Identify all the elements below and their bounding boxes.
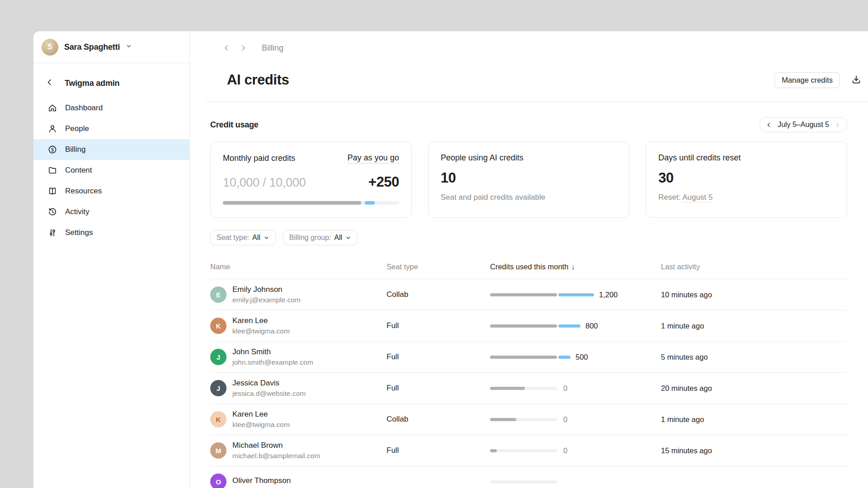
credits-usage-ratio: 10,000 / 10,000	[223, 176, 306, 190]
sidebar-item-people[interactable]: People	[33, 118, 189, 139]
credits-value: 500	[576, 353, 588, 361]
seat-type: Collab	[387, 415, 490, 424]
credits-table: Name Seat type Credits used this month↓ …	[210, 263, 847, 488]
sidebar-item-billing[interactable]: $ Billing	[33, 139, 189, 160]
avatar: J	[210, 380, 226, 396]
manage-credits-button[interactable]: Manage credits	[774, 72, 840, 88]
credits-bar	[490, 293, 557, 296]
billing-group-filter[interactable]: Billing group: All	[283, 230, 358, 245]
sidebar-item-settings[interactable]: Settings	[33, 222, 189, 243]
section-title: Credit usage	[210, 120, 259, 130]
seat-type-filter[interactable]: Seat type: All	[210, 230, 276, 245]
column-seat-type[interactable]: Seat type	[387, 263, 490, 271]
last-activity: 1 minute ago	[661, 322, 847, 330]
page-title: AI credits	[227, 72, 289, 88]
user-email: jessica.d@website.com	[232, 389, 306, 398]
nav-back-icon[interactable]	[223, 44, 231, 52]
last-activity: 5 minutes ago	[661, 353, 847, 361]
card-subtext: Seat and paid credits available	[441, 193, 617, 202]
seat-type: Full	[387, 321, 490, 330]
card-days-until-reset: Days until credits reset 30 Reset: Augus…	[646, 141, 847, 218]
table-row[interactable]: J John Smith john.smith@example.com Full	[210, 342, 847, 373]
avatar: S	[42, 39, 58, 56]
chevron-down-icon	[126, 43, 132, 51]
sidebar-item-resources[interactable]: Resources	[33, 181, 189, 202]
column-credits-used[interactable]: Credits used this month↓	[490, 263, 661, 271]
chevron-left-icon[interactable]	[766, 122, 772, 128]
user-email: john.smith@example.com	[232, 358, 313, 366]
sort-descending-icon: ↓	[571, 263, 575, 271]
date-range-picker[interactable]: July 5–August 5	[760, 117, 847, 132]
user-name: Sara Spaghetti	[64, 42, 120, 52]
download-icon[interactable]	[851, 75, 862, 85]
filter-label: Seat type:	[217, 234, 249, 242]
avatar: K	[210, 411, 226, 427]
table-row[interactable]: J Jessica Davis jessica.d@website.com Fu…	[210, 373, 847, 404]
last-activity: 10 minutes ago	[661, 291, 847, 299]
table-row[interactable]: O Oliver Thompson	[210, 466, 847, 488]
credits-bar-seat-fill	[490, 387, 525, 390]
table-row[interactable]: M Michael Brown michael.b@samplemail.com…	[210, 435, 847, 466]
credits-value: 0	[563, 446, 567, 455]
filter-value: All	[334, 234, 342, 242]
sidebar-item-content[interactable]: Content	[33, 160, 189, 181]
card-monthly-paid-credits: Monthly paid credits Pay as you go 10,00…	[210, 141, 412, 218]
filter-value: All	[252, 234, 260, 242]
history-icon	[47, 207, 57, 217]
workspace-back-button[interactable]: Twigma admin	[33, 73, 189, 93]
workspace-name: Twigma admin	[65, 79, 119, 88]
seat-type: Collab	[387, 290, 490, 299]
svg-text:$: $	[51, 147, 54, 152]
people-count: 10	[441, 170, 617, 186]
sidebar-item-label: People	[65, 124, 89, 133]
column-name[interactable]: Name	[210, 263, 387, 271]
sidebar-item-dashboard[interactable]: Dashboard	[33, 98, 189, 118]
last-activity: 20 minutes ago	[661, 384, 847, 393]
table-row[interactable]: E Emily Johnson emily.j@example.com Coll…	[210, 279, 847, 310]
filter-label: Billing group:	[289, 234, 331, 242]
home-icon	[47, 103, 57, 113]
seat-type: Full	[387, 352, 490, 361]
reset-label: Reset:	[658, 193, 682, 202]
sidebar-item-label: Content	[65, 166, 92, 175]
user-email: michael.b@samplemail.com	[232, 452, 320, 460]
credits-bar	[490, 387, 557, 390]
user-name: Jessica Davis	[232, 379, 306, 388]
table-body: E Emily Johnson emily.j@example.com Coll…	[210, 279, 847, 488]
user-menu[interactable]: S Sara Spaghetti	[33, 31, 189, 63]
nav-forward-icon[interactable]	[240, 44, 248, 52]
progress-fill	[223, 201, 361, 205]
column-last-activity[interactable]: Last activity	[661, 263, 847, 271]
credits-value: 1,200	[599, 291, 618, 299]
seat-type: Full	[387, 384, 490, 393]
person-icon	[47, 124, 57, 134]
pay-as-you-go-link[interactable]: Pay as you go	[348, 153, 399, 164]
user-email: emily.j@example.com	[232, 296, 301, 304]
avatar: K	[210, 318, 226, 334]
last-activity: 15 minutes ago	[661, 446, 847, 455]
date-range-label: July 5–August 5	[778, 121, 829, 129]
sidebar-item-label: Resources	[65, 187, 102, 196]
reset-date-link[interactable]: August 5	[682, 193, 712, 202]
credits-bar-paid-segment	[558, 324, 580, 328]
chevron-right-icon[interactable]	[835, 122, 841, 128]
avatar: J	[210, 349, 226, 365]
card-title: Monthly paid credits	[223, 154, 295, 163]
credits-bar-paid-segment	[558, 356, 571, 359]
sidebar-item-label: Settings	[65, 228, 93, 237]
user-name: Emily Johnson	[232, 285, 301, 294]
sliders-icon	[47, 228, 57, 238]
avatar: M	[210, 442, 226, 459]
chevron-down-icon	[345, 235, 351, 241]
avatar: E	[210, 286, 226, 303]
folder-icon	[47, 165, 57, 175]
table-row[interactable]: K Karen Lee klee@twigma.com Full	[210, 310, 847, 342]
chevron-left-icon	[46, 78, 56, 88]
user-email: klee@twigma.com	[232, 327, 290, 335]
table-row[interactable]: K Karen Lee klee@twigma.com Collab	[210, 404, 847, 435]
chevron-down-icon	[264, 235, 269, 241]
paygo-credits-value: +250	[368, 174, 399, 190]
user-name: Karen Lee	[232, 316, 290, 325]
sidebar-item-activity[interactable]: Activity	[33, 202, 189, 222]
sidebar: S Sara Spaghetti Twigma admin Dashboard	[33, 31, 190, 488]
